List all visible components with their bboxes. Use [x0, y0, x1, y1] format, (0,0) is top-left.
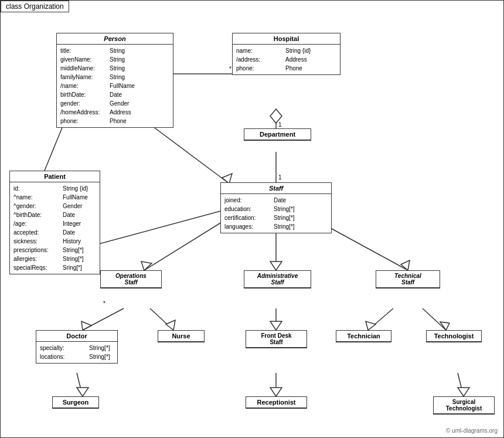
- administrative-staff-class-name: AdministrativeStaff: [244, 271, 311, 288]
- patient-class-name: Patient: [10, 171, 100, 182]
- hospital-class-attrs: name:String {id} /address:Address phone:…: [233, 45, 340, 74]
- technical-staff-class: TechnicalStaff: [376, 270, 440, 288]
- technician-class: Technician: [336, 330, 391, 342]
- svg-marker-29: [458, 388, 469, 396]
- department-class: Department: [244, 128, 311, 141]
- person-class-attrs: title:String givenName:String middleName…: [57, 45, 173, 127]
- svg-text:1: 1: [278, 174, 282, 181]
- staff-class-attrs: joined:Date education:String[*] certific…: [221, 194, 331, 233]
- svg-text:*: *: [103, 300, 105, 307]
- svg-marker-21: [366, 321, 376, 330]
- patient-class: Patient id:String {id} ^name:FullName ^g…: [9, 171, 100, 274]
- receptionist-class-name: Receptionist: [246, 397, 307, 408]
- staff-class-name: Staff: [221, 183, 331, 194]
- operations-staff-class: OperationsStaff: [100, 270, 162, 288]
- front-desk-staff-class-name: Front DeskStaff: [246, 331, 307, 348]
- svg-text:1: 1: [278, 121, 282, 128]
- doctor-class-attrs: specialty:String[*] locations:String[*]: [36, 342, 117, 363]
- surgical-technologist-class-name: SurgicalTechnologist: [434, 397, 494, 414]
- surgeon-class-name: Surgeon: [53, 397, 98, 408]
- surgical-technologist-class: SurgicalTechnologist: [433, 396, 495, 415]
- svg-marker-9: [141, 262, 152, 270]
- svg-marker-25: [77, 388, 88, 396]
- receptionist-class: Receptionist: [246, 396, 307, 409]
- nurse-class: Nurse: [158, 330, 205, 342]
- technologist-class-name: Technologist: [427, 331, 481, 342]
- svg-marker-15: [81, 321, 91, 330]
- svg-marker-23: [440, 322, 449, 330]
- diagram-container: class Organization: [0, 0, 504, 438]
- nurse-class-name: Nurse: [158, 331, 204, 342]
- hospital-class: Hospital name:String {id} /address:Addre…: [232, 33, 340, 75]
- technical-staff-class-name: TechnicalStaff: [376, 271, 440, 288]
- svg-line-8: [144, 218, 229, 270]
- copyright: © uml-diagrams.org: [446, 427, 498, 434]
- doctor-class-name: Doctor: [36, 331, 117, 342]
- svg-marker-11: [270, 262, 282, 270]
- svg-marker-17: [166, 320, 175, 330]
- person-class-name: Person: [57, 33, 173, 45]
- svg-line-22: [423, 308, 446, 330]
- person-class: Person title:String givenName:String mid…: [56, 33, 173, 128]
- svg-marker-27: [270, 388, 282, 396]
- svg-line-28: [458, 373, 464, 396]
- svg-line-24: [77, 373, 83, 396]
- front-desk-staff-class: Front DeskStaff: [246, 330, 307, 348]
- svg-marker-19: [270, 321, 282, 330]
- svg-line-16: [150, 308, 173, 330]
- surgeon-class: Surgeon: [52, 396, 99, 409]
- svg-marker-2: [270, 109, 282, 123]
- svg-line-20: [368, 308, 393, 330]
- svg-line-14: [83, 308, 124, 330]
- svg-text:*: *: [229, 66, 231, 72]
- doctor-class: Doctor specialty:String[*] locations:Str…: [36, 330, 118, 364]
- department-class-name: Department: [244, 129, 311, 140]
- administrative-staff-class: AdministrativeStaff: [244, 270, 311, 288]
- operations-staff-class-name: OperationsStaff: [101, 271, 161, 288]
- staff-class: Staff joined:Date education:String[*] ce…: [220, 182, 332, 233]
- technician-class-name: Technician: [336, 331, 391, 342]
- hospital-class-name: Hospital: [233, 33, 340, 45]
- svg-marker-13: [401, 260, 410, 270]
- diagram-title: class Organization: [1, 1, 69, 12]
- technologist-class: Technologist: [426, 330, 482, 342]
- patient-class-attrs: id:String {id} ^name:FullName ^gender:Ge…: [10, 182, 100, 274]
